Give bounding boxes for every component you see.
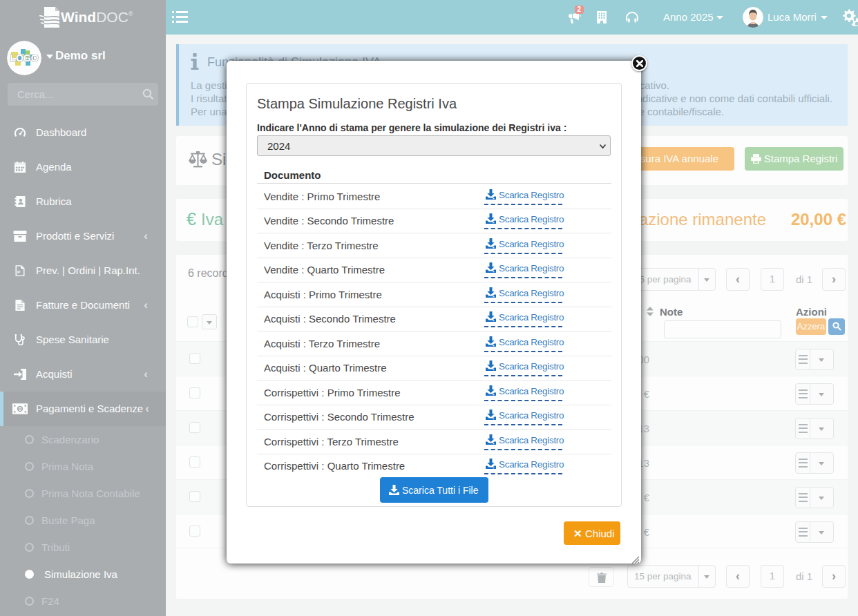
svg-text:P: P	[17, 269, 20, 274]
svg-text:LOGO: LOGO	[10, 52, 38, 64]
svg-text:0: 0	[19, 406, 22, 412]
